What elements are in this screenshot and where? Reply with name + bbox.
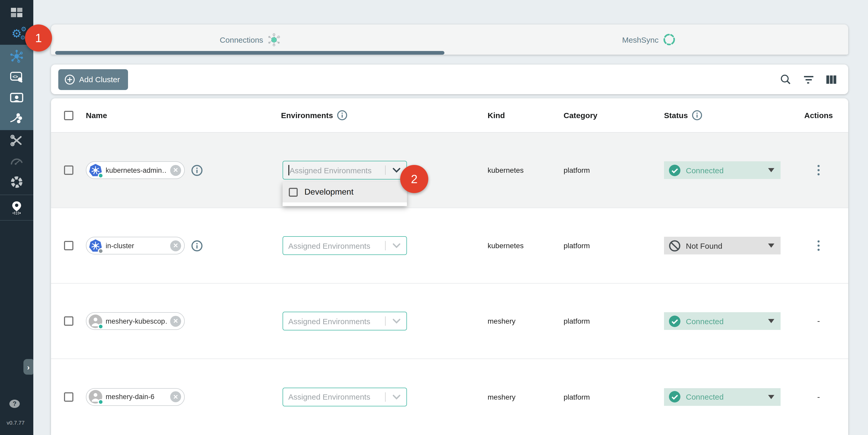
table-row: in-cluster ✕ Assigned Environments kuber… xyxy=(51,208,848,284)
row-actions-menu-icon[interactable] xyxy=(815,163,822,178)
caret-down-icon xyxy=(768,168,774,172)
table-row: kubernetes-admin… ✕ Assigned Environment… xyxy=(51,133,848,208)
status-dot-connected xyxy=(98,399,103,405)
row-actions-menu-icon[interactable] xyxy=(815,238,822,253)
caret-down-icon xyxy=(768,395,774,399)
status-badge-connected[interactable]: Connected xyxy=(664,161,781,179)
no-actions-placeholder: - xyxy=(817,392,820,401)
info-icon[interactable] xyxy=(691,110,703,121)
meshery-app: ⚙⚙⚙ <> xyxy=(0,0,868,435)
column-header-environments[interactable]: Environments xyxy=(281,110,488,121)
check-circle-icon xyxy=(669,164,681,176)
connections-table: Name Environments Kind Category Status A… xyxy=(51,98,848,435)
column-header-name[interactable]: Name xyxy=(86,111,281,120)
check-circle-icon xyxy=(669,315,681,327)
column-header-kind[interactable]: Kind xyxy=(488,111,564,120)
sidebar-item-extensions[interactable] xyxy=(0,172,33,192)
table-toolbar: Add Cluster xyxy=(51,64,848,94)
segmented-ring-icon xyxy=(10,175,23,189)
row-checkbox[interactable] xyxy=(64,316,73,326)
mesh-network-icon xyxy=(10,50,23,63)
connection-info-icon[interactable] xyxy=(191,240,203,252)
sidebar-item-performance[interactable] xyxy=(0,151,33,172)
category-value: platform xyxy=(564,166,664,174)
filter-icon[interactable] xyxy=(803,75,814,84)
chevron-down-icon[interactable] xyxy=(392,317,401,325)
sidebar-item-configuration[interactable]: <> xyxy=(0,67,33,87)
environments-select[interactable]: Assigned Environments xyxy=(283,312,407,331)
dropdown-option-development[interactable]: Development xyxy=(283,182,407,203)
connection-name: meshery-kubescop… xyxy=(106,317,167,325)
sidebar-item-environment-location[interactable] xyxy=(0,197,33,218)
delete-connection-icon[interactable]: ✕ xyxy=(170,240,181,251)
connection-name: in-cluster xyxy=(106,242,167,249)
search-icon[interactable] xyxy=(780,74,792,85)
sidebar-divider xyxy=(0,195,33,195)
environments-select[interactable]: Assigned Environments xyxy=(283,387,407,406)
annotation-badge-2: 2 xyxy=(400,165,428,193)
info-icon[interactable] xyxy=(337,110,348,121)
option-checkbox[interactable] xyxy=(289,188,298,196)
tab-bar: Connections MeshSync xyxy=(51,25,848,55)
pipeline-nodes-icon xyxy=(9,113,24,125)
connection-info-icon[interactable] xyxy=(191,164,203,176)
table-row: meshery-dain-6 ✕ Assigned Environments m… xyxy=(51,359,848,434)
tab-connections[interactable]: Connections xyxy=(51,25,450,55)
environments-select[interactable]: Assigned Environments xyxy=(283,236,407,255)
crossed-wrenches-icon xyxy=(10,134,23,147)
connections-mesh-icon xyxy=(267,33,281,46)
view-columns-icon[interactable] xyxy=(826,75,837,84)
tab-meshsync[interactable]: MeshSync xyxy=(450,25,848,55)
connection-chip[interactable]: in-cluster ✕ xyxy=(86,237,185,254)
connection-chip[interactable]: meshery-kubescop… ✕ xyxy=(86,312,185,330)
delete-connection-icon[interactable]: ✕ xyxy=(170,165,181,176)
select-all-checkbox[interactable] xyxy=(64,111,73,120)
app-version: v0.7.77 xyxy=(0,420,31,426)
connection-name: kubernetes-admin… xyxy=(106,166,167,174)
tab-connections-label: Connections xyxy=(220,35,263,44)
sidebar-item-connections[interactable] xyxy=(0,46,33,67)
connection-chip[interactable]: kubernetes-admin… ✕ xyxy=(86,161,185,179)
row-checkbox[interactable] xyxy=(64,392,73,401)
add-cluster-label: Add Cluster xyxy=(79,75,120,84)
row-checkbox[interactable] xyxy=(64,241,73,250)
no-actions-placeholder: - xyxy=(817,316,820,326)
sidebar-lifecycle-group: <> xyxy=(0,45,33,130)
chevron-down-icon[interactable] xyxy=(392,242,401,249)
connection-name: meshery-dain-6 xyxy=(106,393,167,401)
help-button[interactable]: ? xyxy=(9,400,20,408)
status-badge-connected[interactable]: Connected xyxy=(664,388,781,406)
status-badge-connected[interactable]: Connected xyxy=(664,312,781,330)
category-value: platform xyxy=(564,242,664,250)
kind-value: kubernetes xyxy=(488,166,564,174)
sidebar-item-toolkit[interactable] xyxy=(0,130,33,151)
sync-spinner-icon xyxy=(662,33,676,46)
environments-placeholder: Assigned Environments xyxy=(289,166,372,175)
chevron-down-icon[interactable] xyxy=(392,393,401,400)
column-header-status[interactable]: Status xyxy=(664,110,789,121)
sidebar-item-dashboard[interactable] xyxy=(0,3,33,23)
status-dot-connected xyxy=(98,323,103,329)
status-dot-connected xyxy=(98,173,103,178)
gears-icon: ⚙⚙⚙ xyxy=(11,28,22,39)
meshery-avatar-icon xyxy=(89,314,102,328)
delete-connection-icon[interactable]: ✕ xyxy=(170,316,181,327)
status-badge-notfound[interactable]: Not Found xyxy=(664,237,781,254)
dashboard-grid-icon xyxy=(10,7,23,19)
row-checkbox[interactable] xyxy=(64,165,73,175)
column-header-category[interactable]: Category xyxy=(564,111,664,120)
chevron-down-icon[interactable] xyxy=(392,166,401,174)
text-cursor xyxy=(288,165,289,175)
kubernetes-icon xyxy=(89,163,102,177)
environments-dropdown: Development xyxy=(283,182,407,206)
status-dot-notfound xyxy=(98,248,103,254)
add-cluster-button[interactable]: Add Cluster xyxy=(58,69,128,90)
delete-connection-icon[interactable]: ✕ xyxy=(170,391,181,402)
environments-select[interactable]: Assigned Environments xyxy=(283,161,407,180)
meshery-avatar-icon xyxy=(89,390,102,404)
connection-chip[interactable]: meshery-dain-6 ✕ xyxy=(86,388,185,406)
expand-sidebar-button[interactable]: › xyxy=(23,359,33,375)
sidebar-item-remote-sessions[interactable] xyxy=(0,87,33,108)
sidebar-item-pipeline[interactable] xyxy=(0,108,33,129)
blocked-circle-icon xyxy=(669,240,681,252)
